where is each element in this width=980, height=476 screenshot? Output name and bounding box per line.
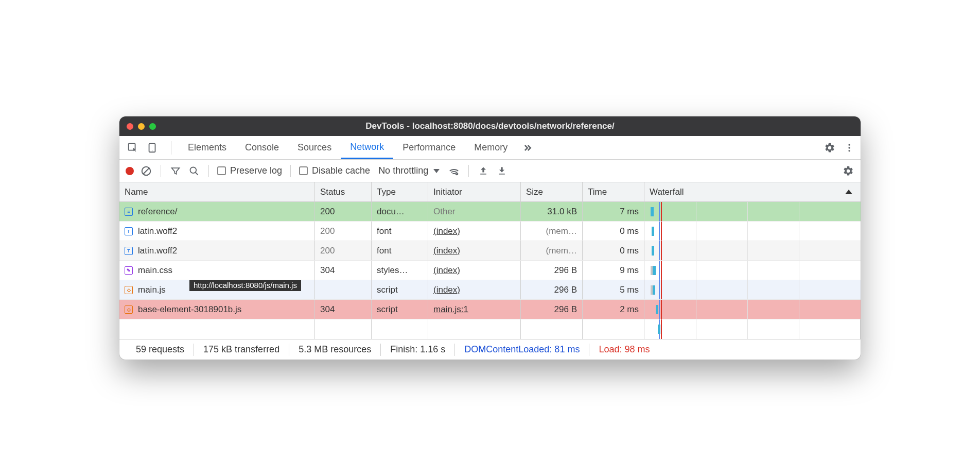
svg-point-3	[848, 144, 850, 145]
col-initiator[interactable]: Initiator	[428, 182, 521, 201]
clear-icon[interactable]	[140, 165, 152, 177]
minimize-window-button[interactable]	[138, 123, 145, 130]
upload-har-icon[interactable]	[477, 165, 489, 177]
cell-type: docu…	[372, 202, 428, 221]
device-toolbar-icon[interactable]	[146, 142, 159, 154]
network-table: Name Status Type Initiator Size Time Wat…	[119, 182, 861, 339]
col-time[interactable]: Time	[583, 182, 644, 201]
throttling-value: No throttling	[378, 165, 428, 176]
cell-waterfall	[644, 241, 861, 260]
search-icon[interactable]	[188, 165, 200, 177]
file-name: main.css	[138, 265, 172, 276]
tab-network[interactable]: Network	[341, 136, 393, 159]
col-status[interactable]: Status	[315, 182, 372, 201]
status-resources: 5.3 MB resources	[289, 344, 380, 355]
disable-cache-checkbox[interactable]: Disable cache	[299, 165, 370, 176]
filter-icon[interactable]	[169, 165, 182, 177]
svg-line-7	[144, 168, 149, 174]
cell-initiator[interactable]: (index)	[428, 222, 521, 241]
table-row[interactable]: ◇ base-element-3018901b.js 304 script ma…	[119, 300, 861, 319]
devtools-window: DevTools - localhost:8080/docs/devtools/…	[119, 116, 861, 360]
js-file-icon: ◇	[125, 286, 133, 294]
kebab-menu-icon[interactable]	[843, 142, 855, 154]
zoom-window-button[interactable]	[149, 123, 156, 130]
cell-time: 0 ms	[583, 222, 644, 241]
network-conditions-icon[interactable]	[448, 165, 460, 177]
cell-name[interactable]: ✎ main.css	[119, 261, 315, 280]
close-window-button[interactable]	[127, 123, 133, 130]
cell-size: (mem…	[521, 222, 583, 241]
cell-time: 2 ms	[583, 300, 644, 319]
col-size[interactable]: Size	[521, 182, 583, 201]
svg-point-4	[848, 147, 850, 148]
tab-console[interactable]: Console	[236, 136, 288, 159]
cell-type: styles…	[372, 261, 428, 280]
cell-waterfall	[644, 202, 861, 221]
record-button[interactable]	[126, 167, 134, 175]
table-row[interactable]: ✎ main.css 304 styles… (index) 296 B 9 m…	[119, 261, 861, 280]
table-row[interactable]: T latin.woff2 200 font (index) (mem… 0 m…	[119, 241, 861, 261]
panel-settings-icon[interactable]	[842, 165, 854, 177]
status-transferred: 175 kB transferred	[194, 344, 289, 355]
table-header: Name Status Type Initiator Size Time Wat…	[119, 182, 861, 202]
table-row	[119, 319, 861, 339]
cell-size: 296 B	[521, 261, 583, 280]
cell-status: 200	[315, 241, 372, 260]
cell-name[interactable]: T latin.woff2	[119, 222, 315, 241]
more-tabs-icon[interactable]	[521, 142, 533, 154]
cell-waterfall	[644, 222, 861, 241]
svg-point-8	[190, 167, 197, 173]
titlebar: DevTools - localhost:8080/docs/devtools/…	[119, 116, 861, 136]
tab-elements[interactable]: Elements	[179, 136, 236, 159]
cell-type: font	[372, 222, 428, 241]
cell-initiator[interactable]: (index)	[428, 241, 521, 260]
sort-ascending-icon	[845, 190, 852, 194]
disable-cache-label: Disable cache	[312, 165, 370, 176]
cell-name[interactable]: ◇ main.js http://localhost:8080/js/main.…	[119, 280, 315, 299]
col-type[interactable]: Type	[372, 182, 428, 201]
table-row[interactable]: ◇ main.js http://localhost:8080/js/main.…	[119, 280, 861, 300]
js-file-icon: ◇	[125, 305, 133, 314]
cell-time: 9 ms	[583, 261, 644, 280]
preserve-log-checkbox[interactable]: Preserve log	[217, 165, 282, 176]
col-name[interactable]: Name	[119, 182, 315, 201]
cell-initiator[interactable]: (index)	[428, 280, 521, 299]
table-row[interactable]: ≡ reference/ 200 docu… Other 31.0 kB 7 m…	[119, 202, 861, 222]
tab-memory[interactable]: Memory	[465, 136, 517, 159]
cell-type: font	[372, 241, 428, 260]
cell-type: script	[372, 300, 428, 319]
cell-waterfall	[644, 300, 861, 319]
throttling-select[interactable]: No throttling	[376, 165, 442, 176]
cell-status: 304	[315, 261, 372, 280]
col-waterfall[interactable]: Waterfall	[644, 182, 861, 201]
cell-status: 304	[315, 300, 372, 319]
cell-initiator[interactable]: main.js:1	[428, 300, 521, 319]
tab-performance[interactable]: Performance	[393, 136, 465, 159]
status-bar: 59 requests 175 kB transferred 5.3 MB re…	[119, 339, 861, 360]
font-file-icon: T	[125, 247, 133, 255]
file-name: latin.woff2	[138, 246, 177, 256]
status-load: Load: 98 ms	[589, 344, 659, 355]
cell-name[interactable]: ◇ base-element-3018901b.js	[119, 300, 315, 319]
cell-name[interactable]: ≡ reference/	[119, 202, 315, 221]
cell-name[interactable]: T latin.woff2	[119, 241, 315, 260]
cell-status: 200	[315, 222, 372, 241]
traffic-lights	[127, 123, 156, 130]
cell-initiator[interactable]: Other	[428, 202, 521, 221]
tooltip: http://localhost:8080/js/main.js	[189, 280, 301, 291]
cell-waterfall	[644, 280, 861, 299]
settings-icon[interactable]	[824, 142, 836, 154]
preserve-log-label: Preserve log	[230, 165, 282, 176]
cell-size: 31.0 kB	[521, 202, 583, 221]
cell-size: 296 B	[521, 280, 583, 299]
download-har-icon[interactable]	[496, 165, 508, 177]
doc-file-icon: ≡	[125, 208, 133, 216]
cell-type: script	[372, 280, 428, 299]
file-name: base-element-3018901b.js	[138, 304, 241, 315]
tab-sources[interactable]: Sources	[288, 136, 341, 159]
inspect-element-icon[interactable]	[127, 142, 139, 154]
file-name: latin.woff2	[138, 226, 177, 236]
table-row[interactable]: T latin.woff2 200 font (index) (mem… 0 m…	[119, 222, 861, 241]
main-tabs: Elements Console Sources Network Perform…	[119, 136, 861, 160]
cell-initiator[interactable]: (index)	[428, 261, 521, 280]
